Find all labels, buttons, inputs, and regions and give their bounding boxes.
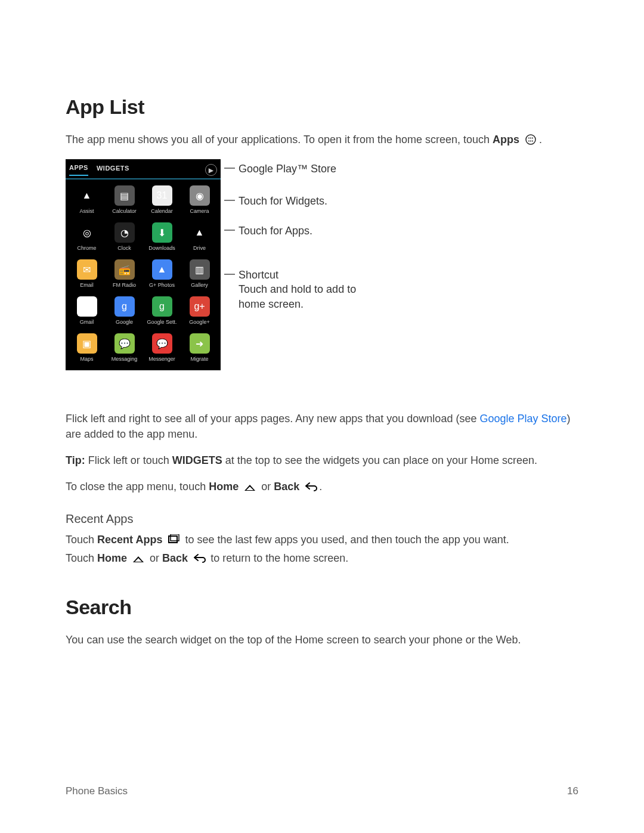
recent2-post: to return to the home screen. bbox=[208, 552, 348, 564]
app-label: Gmail bbox=[80, 319, 94, 325]
phone-tabbar: APPS WIDGETS ▶ bbox=[66, 159, 221, 178]
callout-shortcut: Shortcut Touch and hold to add to home s… bbox=[239, 268, 356, 311]
app-label: FM Radio bbox=[113, 282, 136, 288]
app-icon-messaging: 💬Messaging bbox=[107, 333, 142, 362]
app-glyph-icon: M bbox=[77, 296, 97, 317]
app-grid: ▲Assist▤Calculator31Calendar◉Camera◎Chro… bbox=[66, 185, 221, 362]
app-glyph-icon: g+ bbox=[190, 296, 210, 317]
app-glyph-icon: g bbox=[114, 296, 135, 317]
phone-screenshot: APPS WIDGETS ▶ ▲Assist▤Calculator31Calen… bbox=[66, 159, 221, 370]
tab-widgets: WIDGETS bbox=[97, 165, 129, 175]
app-label: Google Sett. bbox=[147, 319, 177, 325]
intro-post: . bbox=[539, 134, 542, 145]
app-icon-camera: ◉Camera bbox=[182, 185, 217, 214]
app-glyph-icon: ◔ bbox=[114, 222, 135, 243]
app-label: Assist bbox=[79, 208, 94, 214]
recent2-or: or bbox=[147, 552, 162, 564]
app-list-figure: APPS WIDGETS ▶ ▲Assist▤Calculator31Calen… bbox=[66, 159, 578, 394]
search-body: You can use the search widget on the top… bbox=[66, 632, 578, 648]
recent1-bold: Recent Apps bbox=[97, 534, 162, 546]
close-home-bold: Home bbox=[209, 481, 239, 493]
tab-underline bbox=[66, 178, 221, 179]
app-icon-calculator: ▤Calculator bbox=[107, 185, 142, 214]
svg-point-1 bbox=[528, 138, 530, 139]
tab-apps: APPS bbox=[69, 164, 88, 176]
app-label: Messenger bbox=[148, 356, 175, 362]
app-icon-assist: ▲Assist bbox=[69, 185, 104, 214]
app-label: Gallery bbox=[191, 282, 208, 288]
app-label: Calendar bbox=[151, 208, 173, 214]
app-icon-calendar: 31Calendar bbox=[144, 185, 179, 214]
flick-paragraph: Flick left and right to see all of your … bbox=[66, 411, 578, 442]
svg-point-6 bbox=[532, 141, 533, 142]
app-icon-gallery: ▥Gallery bbox=[182, 259, 217, 288]
app-icon-email: ✉Email bbox=[69, 259, 104, 288]
app-label: Calculator bbox=[112, 208, 137, 214]
app-label: Maps bbox=[80, 356, 93, 362]
app-glyph-icon: ▲ bbox=[190, 222, 210, 243]
svg-rect-7 bbox=[169, 536, 177, 543]
app-glyph-icon: ▲ bbox=[77, 185, 97, 206]
tip-bold: WIDGETS bbox=[172, 454, 222, 466]
app-label: Camera bbox=[190, 208, 209, 214]
svg-point-5 bbox=[530, 141, 531, 142]
app-glyph-icon: 31 bbox=[152, 185, 172, 206]
tip-paragraph: Tip: Flick left or touch WIDGETS at the … bbox=[66, 453, 578, 468]
svg-point-2 bbox=[530, 138, 531, 139]
footer-left: Phone Basics bbox=[66, 785, 128, 797]
home-icon bbox=[131, 553, 145, 563]
heading-search: Search bbox=[66, 596, 578, 619]
app-icon-migrate: ➜Migrate bbox=[182, 333, 217, 362]
close-pre: To close the app menu, touch bbox=[66, 481, 209, 493]
app-label: Downloads bbox=[148, 245, 175, 251]
app-label: Google bbox=[116, 319, 133, 325]
app-glyph-icon: ◎ bbox=[77, 222, 97, 243]
heading-app-list: App List bbox=[66, 95, 578, 119]
app-icon-drive: ▲Drive bbox=[182, 222, 217, 251]
figure-callouts: Google Play™ Store Touch for Widgets. To… bbox=[239, 159, 405, 394]
apps-button-icon bbox=[524, 134, 538, 144]
app-icon-messenger: 💬Messenger bbox=[144, 333, 179, 362]
recent1-post: to see the last few apps you used, and t… bbox=[182, 534, 509, 546]
svg-point-0 bbox=[526, 135, 535, 144]
svg-point-4 bbox=[528, 141, 530, 142]
play-store-icon: ▶ bbox=[205, 164, 217, 176]
app-glyph-icon: ▲ bbox=[152, 259, 172, 280]
recent2-back: Back bbox=[162, 552, 188, 564]
app-icon-maps: ▣Maps bbox=[69, 333, 104, 362]
app-glyph-icon: ▥ bbox=[190, 259, 210, 280]
app-icon-chrome: ◎Chrome bbox=[69, 222, 104, 251]
app-label: Messaging bbox=[112, 356, 138, 362]
intro-paragraph: The app menu shows you all of your appli… bbox=[66, 132, 578, 147]
page-footer: Phone Basics 16 bbox=[66, 785, 578, 797]
app-label: Google+ bbox=[189, 319, 209, 325]
app-glyph-icon: ➜ bbox=[190, 333, 210, 354]
app-glyph-icon: g bbox=[152, 296, 172, 317]
app-glyph-icon: 📻 bbox=[114, 259, 135, 280]
home-icon bbox=[243, 481, 257, 492]
app-icon-google: gGoogle bbox=[107, 296, 142, 325]
document-page: App List The app menu shows you all of y… bbox=[0, 0, 644, 833]
close-back-bold: Back bbox=[274, 481, 299, 493]
google-play-store-link[interactable]: Google Play Store bbox=[479, 413, 566, 425]
app-label: Migrate bbox=[190, 356, 208, 362]
close-paragraph: To close the app menu, touch Home or Bac… bbox=[66, 479, 578, 494]
recent2-pre: Touch bbox=[66, 552, 97, 564]
app-icon-fm-radio: 📻FM Radio bbox=[107, 259, 142, 288]
recent-line1: Touch Recent Apps to see the last few ap… bbox=[66, 532, 578, 547]
footer-page-number: 16 bbox=[567, 785, 578, 797]
tip-label: Tip: bbox=[66, 454, 85, 466]
app-icon-g-photos: ▲G+ Photos bbox=[144, 259, 179, 288]
flick-pre: Flick left and right to see all of your … bbox=[66, 413, 479, 425]
callout-playstore: Google Play™ Store bbox=[239, 162, 336, 176]
app-glyph-icon: 💬 bbox=[152, 333, 172, 354]
app-label: Drive bbox=[193, 245, 206, 251]
app-label: Chrome bbox=[77, 245, 96, 251]
recent-line2: Touch Home or Back to return to the home… bbox=[66, 550, 578, 566]
app-icon-gmail: MGmail bbox=[69, 296, 104, 325]
app-glyph-icon: ▣ bbox=[77, 333, 97, 354]
tip-post: at the top to see the widgets you can pl… bbox=[222, 454, 537, 466]
tip-pre: Flick left or touch bbox=[85, 454, 172, 466]
app-icon-clock: ◔Clock bbox=[107, 222, 142, 251]
intro-pre: The app menu shows you all of your appli… bbox=[66, 134, 493, 145]
